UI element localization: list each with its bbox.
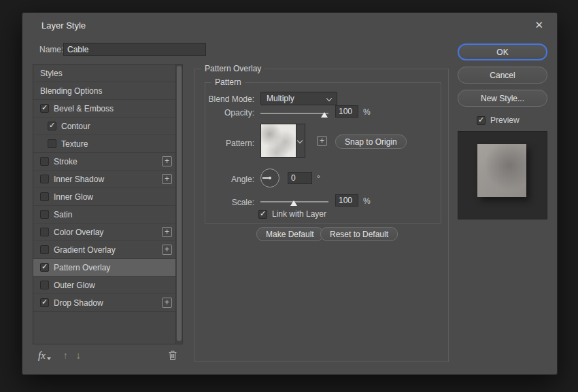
opacity-label: Opacity: — [205, 108, 254, 118]
new-style-button[interactable]: New Style... — [458, 90, 547, 107]
angle-dial-center — [269, 177, 271, 179]
inner-glow-checkbox[interactable] — [40, 192, 49, 201]
style-item-contour[interactable]: Contour — [33, 118, 175, 135]
blend-mode-value: Multiply — [267, 94, 294, 103]
opacity-slider[interactable] — [260, 109, 328, 118]
move-effect-up-button[interactable] — [63, 350, 68, 361]
gradient-overlay-checkbox[interactable] — [40, 245, 49, 254]
pattern-overlay-checkbox[interactable] — [40, 263, 49, 272]
link-with-layer-label: Link with Layer — [272, 209, 326, 219]
scale-label: Scale: — [205, 198, 254, 207]
add-stroke-button[interactable] — [162, 156, 172, 166]
add-color-overlay-button[interactable] — [162, 227, 172, 237]
blend-mode-select[interactable]: Multiply — [260, 92, 337, 105]
opacity-input[interactable] — [335, 105, 358, 118]
angle-unit: ° — [317, 174, 320, 183]
link-with-layer-checkbox[interactable] — [258, 210, 267, 219]
fx-caret-icon — [47, 357, 51, 360]
style-name-input[interactable] — [63, 43, 206, 56]
angle-input[interactable] — [288, 172, 312, 184]
scale-slider[interactable] — [260, 197, 328, 207]
style-item-bevel-emboss[interactable]: Bevel & Emboss — [33, 100, 175, 118]
pattern-picker[interactable] — [260, 124, 305, 158]
pattern-group-title: Pattern — [211, 77, 245, 87]
pattern-group: Pattern Blend Mode: Multiply Opacity: % … — [205, 82, 441, 224]
style-item-inner-glow[interactable]: Inner Glow — [33, 188, 175, 206]
blend-mode-label: Blend Mode: — [205, 94, 254, 104]
link-with-layer-toggle[interactable]: Link with Layer — [258, 209, 326, 219]
styles-list-footer: fx — [33, 346, 183, 364]
style-item-styles[interactable]: Styles — [33, 65, 175, 82]
style-item-satin[interactable]: Satin — [33, 206, 175, 224]
drop-shadow-checkbox[interactable] — [40, 298, 49, 307]
pattern-overlay-options: Pattern Overlay Pattern Blend Mode: Mult… — [194, 69, 449, 362]
delete-effect-button[interactable] — [168, 350, 177, 361]
scale-input[interactable] — [335, 194, 358, 207]
contour-checkbox[interactable] — [48, 122, 56, 130]
dialog-title: Layer Style — [41, 20, 86, 31]
pattern-label: Pattern: — [205, 139, 254, 148]
texture-checkbox[interactable] — [48, 139, 56, 148]
add-drop-shadow-button[interactable] — [162, 298, 172, 308]
close-icon[interactable]: ✕ — [534, 19, 543, 31]
new-pattern-button[interactable] — [317, 136, 327, 146]
scale-slider-thumb[interactable] — [290, 200, 297, 206]
scrollbar-thumb[interactable] — [177, 66, 182, 341]
trash-icon — [168, 350, 177, 361]
add-inner-shadow-button[interactable] — [162, 174, 172, 184]
satin-checkbox[interactable] — [40, 210, 49, 219]
pattern-thumbnail[interactable] — [261, 124, 296, 157]
chevron-down-icon — [326, 96, 332, 101]
snap-to-origin-button[interactable]: Snap to Origin — [335, 135, 407, 149]
preview-toggle[interactable]: Preview — [477, 115, 520, 125]
preview-label: Preview — [490, 115, 520, 125]
style-item-color-overlay[interactable]: Color Overlay — [33, 224, 175, 241]
style-item-gradient-overlay[interactable]: Gradient Overlay — [33, 241, 175, 259]
layer-style-dialog: Layer Style ✕ Name: Styles Blending Opti… — [22, 12, 558, 375]
bevel-emboss-checkbox[interactable] — [40, 104, 49, 113]
make-default-button[interactable]: Make Default — [256, 227, 324, 241]
opacity-slider-track — [260, 113, 328, 114]
preview-area — [458, 131, 547, 219]
styles-list-scrollbar[interactable] — [175, 65, 182, 344]
angle-label: Angle: — [205, 175, 254, 184]
chevron-down-icon — [297, 138, 303, 143]
panel-title: Pattern Overlay — [201, 64, 265, 73]
name-label: Name: — [39, 45, 63, 54]
inner-shadow-checkbox[interactable] — [40, 175, 49, 183]
color-overlay-checkbox[interactable] — [40, 228, 49, 236]
style-item-blending-options[interactable]: Blending Options — [33, 82, 175, 100]
cancel-button[interactable]: Cancel — [458, 67, 547, 84]
preview-checkbox[interactable] — [477, 116, 486, 125]
style-item-drop-shadow[interactable]: Drop Shadow — [33, 294, 175, 312]
outer-glow-checkbox[interactable] — [40, 281, 49, 289]
style-item-inner-shadow[interactable]: Inner Shadow — [33, 171, 175, 188]
style-item-pattern-overlay[interactable]: Pattern Overlay — [33, 259, 175, 277]
opacity-slider-thumb[interactable] — [321, 112, 328, 118]
pattern-picker-dropdown[interactable] — [296, 124, 305, 157]
fx-effects-button[interactable]: fx — [38, 350, 51, 361]
ok-button[interactable]: OK — [458, 43, 547, 60]
move-effect-down-button[interactable] — [76, 350, 81, 361]
opacity-unit: % — [363, 107, 371, 117]
style-item-texture[interactable]: Texture — [33, 135, 175, 153]
styles-list: Styles Blending Options Bevel & Emboss C… — [33, 64, 183, 344]
add-gradient-overlay-button[interactable] — [162, 245, 172, 255]
stroke-checkbox[interactable] — [40, 157, 49, 166]
desktop-background: Layer Style ✕ Name: Styles Blending Opti… — [0, 0, 578, 392]
style-item-stroke[interactable]: Stroke — [33, 153, 175, 171]
scale-unit: % — [363, 196, 371, 206]
style-item-outer-glow[interactable]: Outer Glow — [33, 277, 175, 294]
preview-layer-thumbnail — [477, 144, 526, 197]
reset-to-default-button[interactable]: Reset to Default — [320, 227, 398, 241]
angle-dial[interactable] — [260, 168, 279, 188]
styles-list-rows: Styles Blending Options Bevel & Emboss C… — [33, 65, 175, 344]
